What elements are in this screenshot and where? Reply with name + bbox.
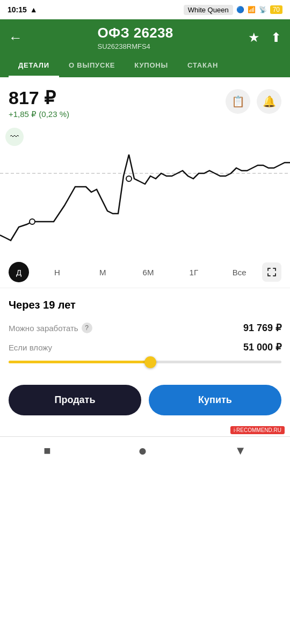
invest-label: Если вложу xyxy=(9,343,52,352)
earn-help-button[interactable]: ? xyxy=(82,323,92,333)
price-change: +1,85 ₽ (0,23 %) xyxy=(9,109,69,119)
note-icon: 📋 xyxy=(231,95,245,108)
tab-glass[interactable]: СТАКАН xyxy=(178,55,228,77)
tab-issue[interactable]: О ВЫПУСКЕ xyxy=(59,55,125,77)
app-header: ← ОФЗ 26238 SU26238RMFS4 ★ ⬆ ДЕТАЛИ О ВЫ… xyxy=(0,19,290,77)
earn-value: 91 769 ₽ xyxy=(243,322,281,334)
earn-label-group: Можно заработать ? xyxy=(9,323,92,333)
notification-icon: ▲ xyxy=(30,5,38,14)
header-top: ← ОФЗ 26238 SU26238RMFS4 ★ ⬆ xyxy=(9,25,281,55)
slider-track xyxy=(9,361,281,363)
share-icon[interactable]: ⬆ xyxy=(271,30,281,45)
status-bar-left: 10:15 ▲ xyxy=(8,5,38,14)
favorite-icon[interactable]: ★ xyxy=(248,30,260,45)
svg-point-1 xyxy=(30,219,35,224)
wifi-icon: 📡 xyxy=(259,6,267,13)
bell-icon: 🔔 xyxy=(263,95,276,108)
period-1year[interactable]: 1Г xyxy=(171,264,216,281)
period-6months[interactable]: 6М xyxy=(126,264,171,281)
nav-square-icon[interactable]: ■ xyxy=(44,444,50,458)
sell-button[interactable]: Продать xyxy=(9,385,141,415)
period-month[interactable]: М xyxy=(80,264,126,281)
header-actions: ★ ⬆ xyxy=(248,30,281,45)
note-button[interactable]: 📋 xyxy=(226,89,250,114)
recommend-logo-text: i·RECOMMEND.RU xyxy=(230,426,285,434)
battery-icon: 70 xyxy=(270,5,282,14)
earn-row: Можно заработать ? 91 769 ₽ xyxy=(9,322,281,334)
header-title-group: ОФЗ 26238 SU26238RMFS4 xyxy=(98,25,173,50)
years-label: Через 19 лет xyxy=(9,299,281,311)
price-main: 817 ₽ xyxy=(9,87,69,108)
price-section: 817 ₽ +1,85 ₽ (0,23 %) 📋 🔔 xyxy=(0,77,290,122)
expand-chart-button[interactable] xyxy=(262,262,281,282)
help-icon: ? xyxy=(85,324,89,332)
nav-triangle-icon[interactable]: ▼ xyxy=(235,444,247,458)
signal-icon: 📶 xyxy=(248,6,256,13)
slider-fill xyxy=(9,361,150,363)
tabs-bar: ДЕТАЛИ О ВЫПУСКЕ КУПОНЫ СТАКАН xyxy=(9,55,281,77)
svg-point-2 xyxy=(126,176,132,181)
white-queen-badge: White Queen xyxy=(184,5,233,15)
recommend-watermark: i·RECOMMEND.RU xyxy=(0,424,290,436)
tab-coupons[interactable]: КУПОНЫ xyxy=(125,55,178,77)
period-day[interactable]: Д xyxy=(9,262,29,282)
info-section: Через 19 лет Можно заработать ? 91 769 ₽… xyxy=(0,288,290,379)
bluetooth-icon: 🔵 xyxy=(236,6,244,13)
bond-isin: SU26238RMFS4 xyxy=(98,42,173,50)
invest-value: 51 000 ₽ xyxy=(243,341,281,353)
price-group: 817 ₽ +1,85 ₽ (0,23 %) xyxy=(9,87,69,119)
trend-icon: 〰 xyxy=(10,132,19,142)
price-action-buttons: 📋 🔔 xyxy=(226,89,281,114)
tab-details[interactable]: ДЕТАЛИ xyxy=(9,55,59,77)
action-buttons: Продать Купить xyxy=(0,379,290,424)
price-chart: 〰 xyxy=(0,122,290,257)
earn-label: Можно заработать xyxy=(9,324,78,333)
nav-circle-icon[interactable]: ● xyxy=(138,442,147,459)
status-bar-right: White Queen 🔵 📶 📡 70 xyxy=(184,5,282,15)
period-week[interactable]: Н xyxy=(34,264,80,281)
bell-button[interactable]: 🔔 xyxy=(257,89,281,114)
chart-trend-badge: 〰 xyxy=(5,128,24,146)
slider-thumb[interactable] xyxy=(144,356,156,368)
chart-svg xyxy=(0,122,290,257)
buy-button[interactable]: Купить xyxy=(149,385,281,415)
status-bar: 10:15 ▲ White Queen 🔵 📶 📡 70 xyxy=(0,0,290,19)
period-selector: Д Н М 6М 1Г Все xyxy=(0,257,290,288)
nav-bar: ■ ● ▼ xyxy=(0,436,290,465)
back-button[interactable]: ← xyxy=(9,30,23,46)
bond-title: ОФЗ 26238 xyxy=(98,25,173,41)
period-all[interactable]: Все xyxy=(216,264,262,281)
time-label: 10:15 xyxy=(8,5,27,14)
invest-slider[interactable] xyxy=(9,361,281,363)
invest-row: Если вложу 51 000 ₽ xyxy=(9,341,281,353)
